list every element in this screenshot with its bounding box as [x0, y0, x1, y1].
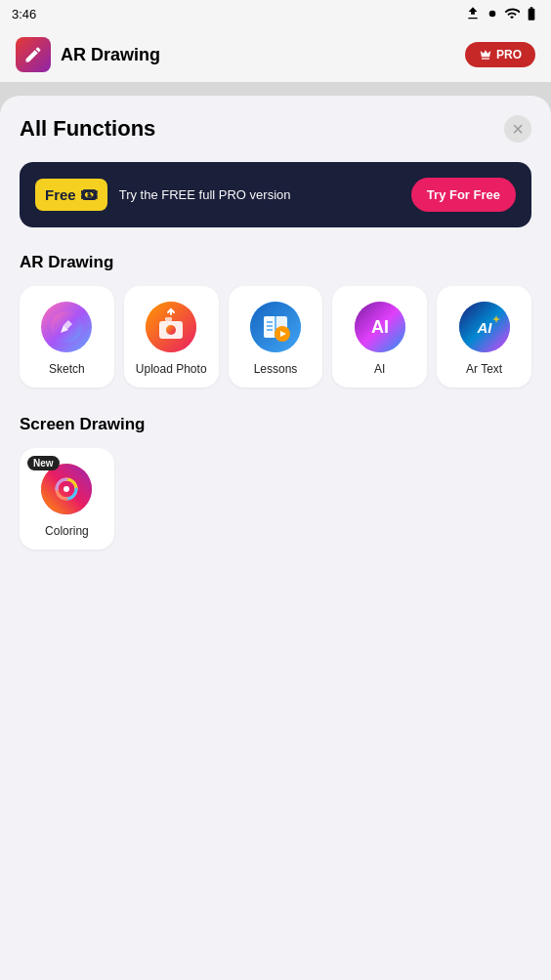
battery-icon [524, 6, 539, 21]
lessons-label: Lessons [254, 362, 298, 376]
promo-ticket-label: Free [45, 186, 76, 203]
ar-drawing-section-title: AR Drawing [20, 253, 531, 272]
upload-photo-label: Upload Photo [136, 362, 207, 376]
svg-rect-8 [264, 316, 276, 338]
app-bar-left: AR Drawing [16, 37, 160, 72]
notification-icon [485, 6, 500, 21]
ar-drawing-grid: Sketch [20, 286, 531, 388]
svg-rect-5 [165, 317, 172, 321]
svg-text:AI: AI [371, 317, 389, 337]
app-title: AR Drawing [61, 45, 160, 65]
download-icon [465, 6, 481, 21]
status-icons [465, 6, 539, 21]
app-bar: AR Drawing PRO [0, 27, 551, 82]
svg-point-0 [489, 11, 496, 18]
function-card-coloring[interactable]: New [20, 448, 114, 550]
try-for-free-button[interactable]: Try For Free [411, 178, 516, 212]
sheet-title: All Functions [20, 116, 155, 142]
function-card-sketch[interactable]: Sketch [20, 286, 114, 388]
app-icon [16, 37, 51, 72]
ai-icon: AI [355, 302, 405, 352]
function-card-lessons[interactable]: Lessons [229, 286, 323, 388]
coloring-label: Coloring [45, 524, 89, 538]
screen-drawing-section-title: Screen Drawing [20, 415, 531, 434]
sketch-label: Sketch [49, 362, 85, 376]
new-badge: New [27, 456, 60, 470]
svg-text:AI: AI [476, 319, 492, 336]
status-time: 3:46 [12, 7, 36, 21]
close-icon: × [512, 118, 524, 141]
promo-ticket-wing: 🎟 [80, 184, 98, 205]
function-card-ai[interactable]: AI AI [332, 286, 427, 388]
ar-text-label: Ar Text [466, 362, 502, 376]
function-card-ar-text[interactable]: AI Ar Text [437, 286, 531, 388]
wifi-icon [504, 6, 520, 21]
promo-description: Try the FREE full PRO version [119, 187, 400, 202]
close-button[interactable]: × [504, 115, 531, 143]
pro-badge[interactable]: PRO [465, 42, 535, 67]
ar-text-icon: AI [459, 302, 510, 352]
screen-drawing-grid: New [20, 448, 531, 550]
sheet-header: All Functions × [20, 115, 531, 143]
pro-badge-label: PRO [496, 48, 522, 61]
sketch-icon [41, 302, 92, 352]
ai-label: AI [374, 362, 385, 376]
bottom-sheet: All Functions × Free 🎟 Try the FREE full… [0, 96, 551, 980]
promo-banner: Free 🎟 Try the FREE full PRO version Try… [20, 162, 531, 227]
promo-ticket: Free 🎟 [35, 179, 107, 211]
upload-photo-icon [146, 302, 196, 352]
svg-point-4 [166, 325, 176, 335]
lessons-icon [250, 302, 301, 352]
function-card-upload-photo[interactable]: Upload Photo [124, 286, 219, 388]
coloring-icon [41, 464, 92, 514]
svg-point-21 [64, 486, 69, 492]
status-bar: 3:46 [0, 0, 551, 27]
